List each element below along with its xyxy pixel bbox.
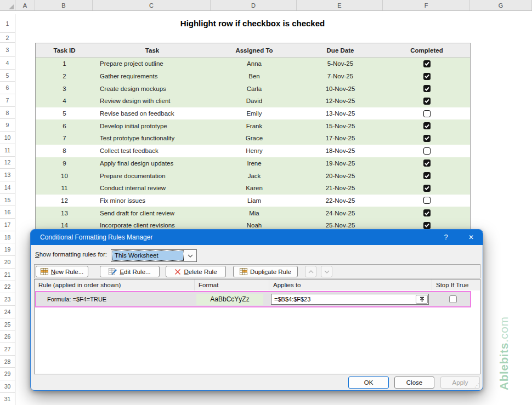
cell-assigned-to[interactable]: Jack xyxy=(211,169,297,182)
row-header-24[interactable]: 24 xyxy=(0,306,15,318)
cell-task-id[interactable]: 9 xyxy=(36,157,93,170)
cell-task[interactable]: Review design with client xyxy=(93,95,211,107)
row-header-26[interactable]: 26 xyxy=(0,330,15,343)
completed-checkbox[interactable] xyxy=(423,147,431,155)
cell-task-id[interactable]: 1 xyxy=(36,58,93,70)
cell-due-date[interactable]: 18-Nov-25 xyxy=(297,145,383,157)
completed-checkbox[interactable] xyxy=(423,110,431,117)
row-header-15[interactable]: 15 xyxy=(0,194,15,207)
cell-task-id[interactable]: 13 xyxy=(36,207,93,219)
row-header-29[interactable]: 29 xyxy=(0,368,15,381)
cell-task-id[interactable]: 11 xyxy=(36,182,93,195)
cell-due-date[interactable]: 17-Nov-25 xyxy=(297,132,383,145)
column-header-C[interactable]: C xyxy=(93,0,211,10)
select-all-corner[interactable] xyxy=(0,0,15,11)
cell-due-date[interactable]: 13-Nov-25 xyxy=(297,107,383,120)
cell-assigned-to[interactable]: Liam xyxy=(211,195,297,207)
cell-task-id[interactable]: 5 xyxy=(36,107,93,120)
chevron-down-icon[interactable] xyxy=(184,250,196,261)
row-header-19[interactable]: 19 xyxy=(0,244,15,256)
edit-rule-button[interactable]: Edit Rule... xyxy=(100,266,160,277)
close-icon[interactable]: ✕ xyxy=(464,230,478,245)
cell-due-date[interactable]: 7-Nov-25 xyxy=(297,70,383,83)
selected-rule-row[interactable]: Formula: =$F4=TRUE AaBbCcYyZz =$B$4:$F$2… xyxy=(35,291,471,307)
cell-task[interactable]: Prepare project outline xyxy=(93,58,211,70)
cell-assigned-to[interactable]: Frank xyxy=(211,119,297,132)
row-header-2[interactable]: 2 xyxy=(0,33,15,43)
duplicate-rule-button[interactable]: Duplicate Rule xyxy=(233,266,298,277)
row-header-9[interactable]: 9 xyxy=(0,119,15,132)
row-header-4[interactable]: 4 xyxy=(0,57,15,70)
cell-task[interactable]: Fix minor issues xyxy=(93,195,211,207)
row-header-5[interactable]: 5 xyxy=(0,70,15,82)
dialog-titlebar[interactable]: Conditional Formatting Rules Manager ? ✕ xyxy=(31,230,483,245)
column-header-E[interactable]: E xyxy=(297,0,383,10)
completed-checkbox[interactable] xyxy=(423,73,431,80)
cell-due-date[interactable]: 24-Nov-25 xyxy=(297,207,383,219)
cell-assigned-to[interactable]: David xyxy=(211,95,297,107)
stop-if-true-checkbox[interactable] xyxy=(449,295,457,303)
completed-checkbox[interactable] xyxy=(423,159,431,167)
ok-button[interactable]: OK xyxy=(348,377,389,389)
completed-checkbox[interactable] xyxy=(423,209,431,216)
row-header-10[interactable]: 10 xyxy=(0,132,15,144)
row-header-18[interactable]: 18 xyxy=(0,231,15,244)
cell-assigned-to[interactable]: Henry xyxy=(211,145,297,157)
completed-checkbox[interactable] xyxy=(423,222,431,229)
applies-to-input[interactable]: =$B$4:$F$23 xyxy=(271,294,429,305)
row-header-20[interactable]: 20 xyxy=(0,256,15,269)
cell-assigned-to[interactable]: Karen xyxy=(211,182,297,195)
cell-task-id[interactable]: 12 xyxy=(36,195,93,207)
row-header-28[interactable]: 28 xyxy=(0,356,15,368)
row-header-8[interactable]: 8 xyxy=(0,107,15,119)
row-header-11[interactable]: 11 xyxy=(0,144,15,157)
cell-assigned-to[interactable]: Ben xyxy=(211,70,297,83)
move-rule-down-button[interactable] xyxy=(321,266,332,277)
cell-task[interactable]: Gather requirements xyxy=(93,70,211,83)
cell-due-date[interactable]: 20-Nov-25 xyxy=(297,169,383,182)
row-header-12[interactable]: 12 xyxy=(0,157,15,169)
row-header-16[interactable]: 16 xyxy=(0,206,15,219)
row-header-17[interactable]: 17 xyxy=(0,219,15,231)
column-header-B[interactable]: B xyxy=(35,0,93,10)
cell-assigned-to[interactable]: Emily xyxy=(211,107,297,120)
cell-task-id[interactable]: 6 xyxy=(36,119,93,132)
cell-assigned-to[interactable]: Anna xyxy=(211,58,297,70)
cell-task[interactable]: Collect test feedback xyxy=(93,145,211,157)
cell-assigned-to[interactable]: Carla xyxy=(211,82,297,95)
completed-checkbox[interactable] xyxy=(423,60,431,67)
cell-task[interactable]: Test prototype functionality xyxy=(93,132,211,145)
row-header-25[interactable]: 25 xyxy=(0,318,15,331)
resize-grip[interactable]: ⋰ xyxy=(474,383,480,388)
row-header-6[interactable]: 6 xyxy=(0,82,15,94)
delete-rule-button[interactable]: Delete Rule xyxy=(166,266,226,277)
column-header-D[interactable]: D xyxy=(211,0,297,10)
cell-assigned-to[interactable]: Irene xyxy=(211,157,297,170)
cell-due-date[interactable]: 5-Nov-25 xyxy=(297,58,383,70)
row-header-30[interactable]: 30 xyxy=(0,380,15,393)
cell-task-id[interactable]: 10 xyxy=(36,169,93,182)
cell-assigned-to[interactable]: Grace xyxy=(211,132,297,145)
row-header-21[interactable]: 21 xyxy=(0,269,15,281)
new-rule-button[interactable]: New Rule... xyxy=(36,266,88,277)
cell-task-id[interactable]: 8 xyxy=(36,145,93,157)
cell-due-date[interactable]: 12-Nov-25 xyxy=(297,95,383,107)
move-rule-up-button[interactable] xyxy=(305,266,316,277)
completed-checkbox[interactable] xyxy=(423,135,431,142)
cell-due-date[interactable]: 22-Nov-25 xyxy=(297,195,383,207)
row-header-14[interactable]: 14 xyxy=(0,181,15,194)
cell-task[interactable]: Conduct internal review xyxy=(93,182,211,195)
collapse-dialog-button[interactable] xyxy=(416,295,428,304)
completed-checkbox[interactable] xyxy=(423,98,431,105)
row-header-1[interactable]: 1 xyxy=(0,14,15,33)
cell-task[interactable]: Create design mockups xyxy=(93,82,211,95)
completed-checkbox[interactable] xyxy=(423,197,431,204)
column-header-F[interactable]: F xyxy=(383,0,470,10)
row-header-31[interactable]: 31 xyxy=(0,393,15,405)
completed-checkbox[interactable] xyxy=(423,172,431,179)
cell-task-id[interactable]: 2 xyxy=(36,70,93,83)
cell-task-id[interactable]: 3 xyxy=(36,82,93,95)
column-header-A[interactable]: A xyxy=(15,0,35,10)
cell-due-date[interactable]: 19-Nov-25 xyxy=(297,157,383,170)
cell-task[interactable]: Revise based on feedback xyxy=(93,107,211,120)
